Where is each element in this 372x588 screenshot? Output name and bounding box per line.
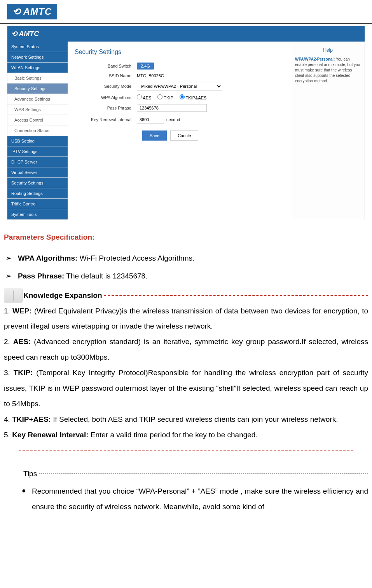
tip-text: Recommended that you choice “WPA-Persona… xyxy=(32,484,368,515)
book-icon xyxy=(4,289,23,303)
sidebar: System StatusNetwork SettingsWLAN Settin… xyxy=(7,42,68,220)
unit-key-renewal: second xyxy=(166,117,180,122)
radio-input[interactable] xyxy=(157,94,162,99)
params-spec-title: Parameters Specification: xyxy=(4,230,368,245)
save-button[interactable]: Save xyxy=(142,130,167,141)
knowledge-item: 1. WEP: (Wired Equivalent Privacy)is the… xyxy=(4,303,368,334)
sidebar-item[interactable]: Security Settings xyxy=(7,178,68,188)
help-title: Help xyxy=(295,47,361,54)
dashed-divider xyxy=(19,450,353,451)
sidebar-item[interactable]: Security Settings xyxy=(7,84,68,94)
param-bullet: ➢Pass Phrase: The default is 12345678. xyxy=(5,268,368,284)
sidebar-item[interactable]: USB Setting xyxy=(7,136,68,146)
knowledge-item: 4. TKIP+AES: If Selected, both AES and T… xyxy=(4,412,368,427)
arrow-icon: ➢ xyxy=(5,251,18,266)
radio-input[interactable] xyxy=(180,94,185,99)
router-topbar: AMTC xyxy=(7,26,365,42)
top-divider xyxy=(0,23,372,24)
sidebar-item[interactable]: Network Settings xyxy=(7,52,68,63)
label-ssid: SSID Name xyxy=(75,73,137,78)
row-ssid: SSID Name MTC_B0025C xyxy=(75,73,284,78)
bulb-icon xyxy=(12,467,21,480)
sidebar-item[interactable]: WPS Settings xyxy=(7,104,68,115)
tips-list: ●Recommended that you choice “WPA-Person… xyxy=(4,484,368,515)
row-key-renewal: Key Renewal Interval second xyxy=(75,116,284,124)
document-body: Parameters Specification: ➢WPA Algorithm… xyxy=(0,220,372,518)
sidebar-item[interactable]: Connection Status xyxy=(7,125,68,136)
label-security-mode: Security Mode xyxy=(75,84,137,89)
knowledge-item: 2. AES: (Advanced encryption standard) i… xyxy=(4,334,368,365)
sidebar-item[interactable]: WLAN Settings xyxy=(7,63,68,73)
knowledge-item: 3. TKIP: (Temporal Key Integrity Protoco… xyxy=(4,365,368,412)
knowledge-header: Knowledge Expansion xyxy=(4,288,368,303)
knowledge-title: Knowledge Expansion xyxy=(23,288,102,303)
router-logo: AMTC xyxy=(11,30,39,38)
knowledge-item: 5. Key Renewal Interval: Enter a valid t… xyxy=(4,427,368,443)
main-panel: Security Settings Band Switch 2.4G SSID … xyxy=(68,42,291,220)
sidebar-item[interactable]: Basic Settings xyxy=(7,73,68,84)
sidebar-item[interactable]: Advanced Settings xyxy=(7,94,68,104)
badge-band[interactable]: 2.4G xyxy=(137,63,154,70)
radio-group-wpa: AES TKIP TKIP&AES xyxy=(137,94,284,100)
label-key-renewal: Key Renewal Interval xyxy=(75,117,137,122)
arrow-icon: ➢ xyxy=(5,268,18,284)
tip-item: ●Recommended that you choice “WPA-Person… xyxy=(22,484,368,515)
label-band-switch: Band Switch xyxy=(75,64,137,68)
label-wpa-alg: WPA Algorithms xyxy=(75,95,137,100)
sidebar-item[interactable]: Virtual Server xyxy=(7,167,68,178)
input-key-renewal[interactable] xyxy=(137,116,164,124)
sidebar-item[interactable]: Triffic Control xyxy=(7,199,68,209)
sidebar-item[interactable]: Routing Settings xyxy=(7,188,68,199)
page-logo: AMTC xyxy=(7,4,57,19)
sidebar-item[interactable]: System Tools xyxy=(7,209,68,220)
sidebar-item[interactable]: DHCP Server xyxy=(7,157,68,167)
tips-title: Tips xyxy=(23,466,37,482)
row-band-switch: Band Switch 2.4G xyxy=(75,63,284,70)
radio-option[interactable]: TKIP&AES xyxy=(180,94,207,100)
knowledge-list: 1. WEP: (Wired Equivalent Privacy)is the… xyxy=(4,303,368,443)
help-body: WPA/WPA2-Personal: You can enable person… xyxy=(295,57,361,84)
tips-header: Tips xyxy=(12,466,368,482)
radio-option[interactable]: TKIP xyxy=(157,94,173,100)
bullet-dot-icon: ● xyxy=(22,484,32,515)
row-security-mode: Security Mode Mixed WPA/WPA2 - Personal xyxy=(75,82,284,90)
radio-option[interactable]: AES xyxy=(137,94,151,100)
router-screenshot: AMTC System StatusNetwork SettingsWLAN S… xyxy=(7,26,365,220)
button-row: Save Cancle xyxy=(142,130,284,141)
help-strong: WPA/WPA2-Personal: xyxy=(295,57,335,61)
bullet-text: WPA Algorithms: Wi-Fi Protected Access A… xyxy=(18,251,194,266)
cancel-button[interactable]: Cancle xyxy=(170,130,198,141)
radio-input[interactable] xyxy=(137,94,142,99)
tips-dashed-line xyxy=(39,473,368,474)
label-pass: Pass Phrase xyxy=(75,106,137,110)
bullet-text: Pass Phrase: The default is 12345678. xyxy=(18,268,147,284)
input-passphrase[interactable] xyxy=(137,104,207,112)
sidebar-item[interactable]: Access Control xyxy=(7,115,68,125)
sidebar-item[interactable]: IPTV Settings xyxy=(7,146,68,157)
params-bullets: ➢WPA Algorithms: Wi-Fi Protected Access … xyxy=(4,251,368,284)
sidebar-item[interactable]: System Status xyxy=(7,42,68,52)
panel-title: Security Settings xyxy=(75,49,284,56)
row-pass: Pass Phrase xyxy=(75,104,284,112)
param-bullet: ➢WPA Algorithms: Wi-Fi Protected Access … xyxy=(5,251,368,266)
dashed-line xyxy=(104,295,368,296)
select-security-mode[interactable]: Mixed WPA/WPA2 - Personal xyxy=(137,82,222,90)
row-wpa-alg: WPA Algorithms AES TKIP TKIP&AES xyxy=(75,94,284,100)
value-ssid: MTC_B0025C xyxy=(137,73,164,78)
help-panel: Help WPA/WPA2-Personal: You can enable p… xyxy=(291,42,365,220)
